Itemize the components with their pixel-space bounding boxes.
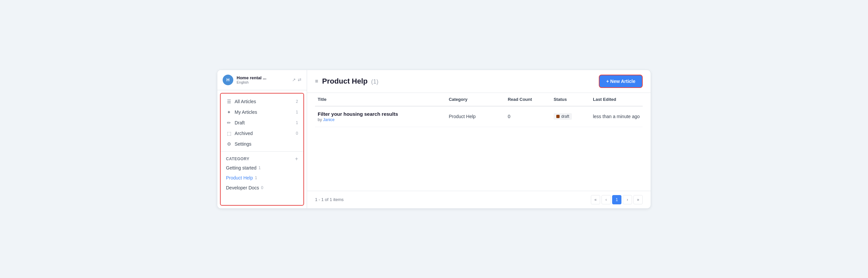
- menu-toggle-icon[interactable]: ≡: [315, 78, 318, 84]
- draft-dot-icon: [556, 115, 560, 118]
- category-item-product-help[interactable]: Product Help 1: [221, 173, 303, 183]
- settings-icon: ⚙: [226, 141, 232, 147]
- archived-label: Archived: [235, 131, 293, 136]
- table-container: Title Category Read Count Status Last Ed…: [307, 93, 651, 191]
- category-item-developer-docs[interactable]: Developer Docs 0: [221, 183, 303, 193]
- workspace-info: Home rental ... English: [237, 75, 289, 84]
- sidebar-item-all-articles[interactable]: ☰ All Articles 2: [221, 96, 303, 107]
- page-title: Product Help (1): [322, 77, 378, 85]
- add-category-button[interactable]: +: [295, 156, 298, 162]
- sidebar-nav: ☰ All Articles 2 ✦ My Articles 1 ✏ Draft…: [220, 93, 304, 206]
- category-section-header: Category +: [221, 153, 303, 163]
- sidebar-item-my-articles[interactable]: ✦ My Articles 1: [221, 107, 303, 117]
- col-header-status: Status: [551, 93, 590, 106]
- article-title-cell: Filter your housing search results by Ja…: [315, 106, 446, 127]
- article-last-edited-cell: less than a minute ago: [590, 106, 643, 127]
- developer-docs-label: Developer Docs: [226, 185, 259, 190]
- main-header: ≡ Product Help (1) + New Article: [307, 70, 651, 93]
- all-articles-icon: ☰: [226, 99, 232, 104]
- workspace-language: English: [237, 80, 289, 84]
- article-category-cell: Product Help: [446, 106, 505, 127]
- workspace-name: Home rental ...: [237, 75, 289, 80]
- article-author: by Janice: [318, 117, 443, 122]
- category-item-getting-started[interactable]: Getting started 1: [221, 163, 303, 173]
- articles-table: Title Category Read Count Status Last Ed…: [315, 93, 643, 127]
- status-badge-label: draft: [561, 114, 569, 119]
- pagination-prev-button[interactable]: ‹: [601, 195, 611, 204]
- draft-icon: ✏: [226, 120, 232, 126]
- refresh-icon[interactable]: ⇄: [298, 77, 301, 82]
- workspace-actions: ↗ ⇄: [292, 77, 301, 82]
- pagination-next-button[interactable]: ›: [623, 195, 632, 204]
- sidebar-divider: [221, 151, 303, 151]
- workspace-avatar: H: [223, 75, 233, 85]
- main-header-left: ≡ Product Help (1): [315, 77, 378, 85]
- my-articles-icon: ✦: [226, 109, 232, 115]
- table-row: Filter your housing search results by Ja…: [315, 106, 643, 127]
- sidebar-item-settings[interactable]: ⚙ Settings: [221, 139, 303, 149]
- main-content: ≡ Product Help (1) + New Article Title C…: [307, 70, 651, 208]
- sidebar-header: H Home rental ... English ↗ ⇄: [217, 70, 307, 90]
- article-read-count-cell: 0: [505, 106, 551, 127]
- col-header-last-edited: Last Edited: [590, 93, 643, 106]
- pagination-controls: « ‹ 1 › »: [591, 195, 643, 204]
- all-articles-count: 2: [296, 99, 298, 104]
- article-title-link[interactable]: Filter your housing search results: [318, 111, 443, 117]
- getting-started-count: 1: [258, 166, 261, 170]
- sidebar: H Home rental ... English ↗ ⇄ ☰ All Arti…: [217, 70, 307, 208]
- archived-icon: ⬚: [226, 131, 232, 136]
- getting-started-label: Getting started: [226, 165, 256, 171]
- article-status-cell: draft: [551, 106, 590, 127]
- category-section-title: Category: [226, 157, 250, 161]
- author-name: Janice: [323, 117, 335, 122]
- new-article-button[interactable]: + New Article: [599, 75, 643, 88]
- col-header-title: Title: [315, 93, 446, 106]
- col-header-category: Category: [446, 93, 505, 106]
- my-articles-label: My Articles: [235, 109, 293, 115]
- table-footer: 1 - 1 of 1 items « ‹ 1 › »: [307, 191, 651, 208]
- pagination-page-1-button[interactable]: 1: [612, 195, 621, 204]
- all-articles-label: All Articles: [235, 99, 293, 104]
- sidebar-nav-inner: ☰ All Articles 2 ✦ My Articles 1 ✏ Draft…: [221, 94, 303, 196]
- archived-count: 0: [296, 131, 298, 136]
- product-help-label: Product Help: [226, 175, 253, 180]
- my-articles-count: 1: [296, 110, 298, 114]
- pagination-last-button[interactable]: »: [633, 195, 643, 204]
- sidebar-item-draft[interactable]: ✏ Draft 1: [221, 117, 303, 128]
- app-container: H Home rental ... English ↗ ⇄ ☰ All Arti…: [217, 70, 651, 209]
- draft-count: 1: [296, 120, 298, 125]
- status-badge: draft: [554, 113, 572, 120]
- page-title-count: (1): [371, 78, 378, 85]
- sidebar-item-archived[interactable]: ⬚ Archived 0: [221, 128, 303, 139]
- external-link-icon[interactable]: ↗: [292, 77, 296, 82]
- developer-docs-count: 0: [261, 185, 264, 190]
- pagination-first-button[interactable]: «: [591, 195, 600, 204]
- settings-label: Settings: [235, 141, 298, 147]
- pagination-info: 1 - 1 of 1 items: [315, 197, 344, 202]
- col-header-read-count: Read Count: [505, 93, 551, 106]
- draft-label: Draft: [235, 120, 293, 126]
- page-title-text: Product Help: [322, 77, 368, 85]
- product-help-count: 1: [255, 175, 257, 180]
